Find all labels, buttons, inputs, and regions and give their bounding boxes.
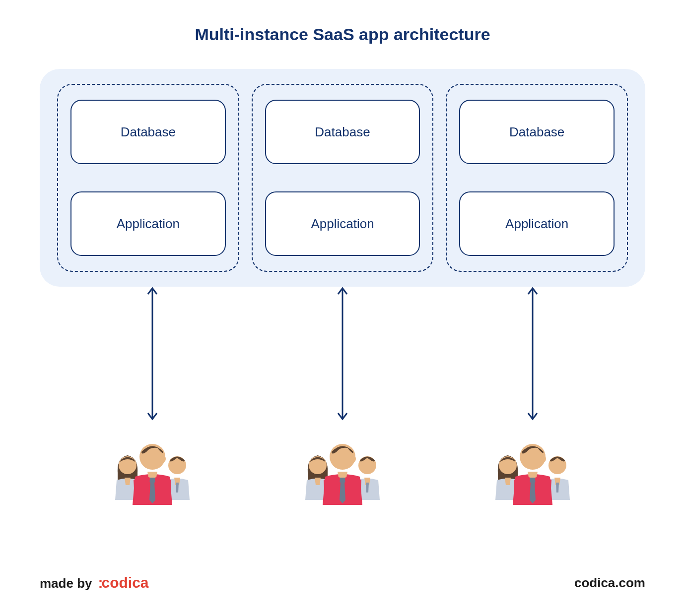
application-box: Application (459, 191, 615, 256)
instance-3: Database Application (446, 84, 628, 272)
footer: made by :codica codica.com (40, 574, 645, 591)
arrows-row (40, 284, 645, 423)
instance-2: Database Application (252, 84, 434, 272)
svg-point-14 (541, 455, 546, 462)
bidirectional-arrow-icon (335, 284, 350, 423)
users-group-icon (293, 428, 392, 507)
users-group-icon (483, 428, 582, 507)
bidirectional-arrow-icon (525, 284, 540, 423)
database-box: Database (70, 100, 226, 164)
instance-1: Database Application (57, 84, 239, 272)
bidirectional-arrow-icon (145, 284, 160, 423)
instances-container: Database Application Database Applicatio… (40, 69, 645, 287)
users-group-icon (103, 428, 202, 507)
made-by-label: made by :codica (40, 574, 149, 591)
svg-point-10 (351, 455, 356, 462)
svg-point-12 (548, 456, 566, 474)
users-row (40, 428, 645, 507)
diagram-title: Multi-instance SaaS app architecture (40, 25, 645, 44)
svg-point-8 (358, 456, 376, 474)
database-box: Database (265, 100, 420, 164)
application-box: Application (70, 191, 226, 256)
database-box: Database (459, 100, 615, 164)
application-box: Application (265, 191, 420, 256)
made-by-text: made by (40, 576, 92, 591)
codica-logo: :codica (98, 574, 149, 591)
site-url: codica.com (574, 575, 645, 591)
svg-point-6 (161, 455, 166, 462)
svg-point-4 (168, 456, 186, 474)
